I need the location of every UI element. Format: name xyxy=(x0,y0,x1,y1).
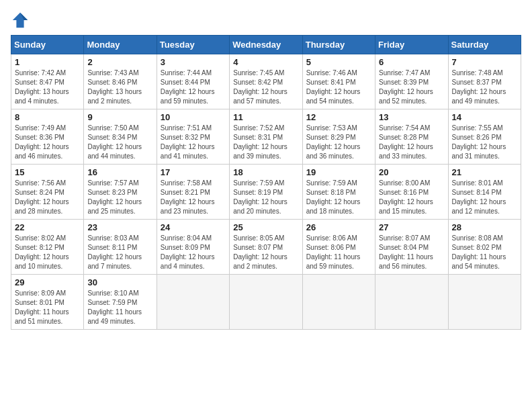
calendar-cell: 3 Sunrise: 7:44 AMSunset: 8:44 PMDayligh… xyxy=(157,54,229,109)
calendar-cell: 17 Sunrise: 7:58 AMSunset: 8:21 PMDaylig… xyxy=(157,165,229,220)
calendar-cell: 4 Sunrise: 7:45 AMSunset: 8:42 PMDayligh… xyxy=(230,54,302,109)
day-info: Sunrise: 8:05 AMSunset: 8:07 PMDaylight:… xyxy=(233,234,287,270)
calendar-cell xyxy=(157,275,229,330)
calendar-cell: 29 Sunrise: 8:09 AMSunset: 8:01 PMDaylig… xyxy=(11,275,84,330)
day-number: 17 xyxy=(161,167,226,177)
day-info: Sunrise: 8:07 AMSunset: 8:04 PMDaylight:… xyxy=(379,234,433,270)
day-info: Sunrise: 8:02 AMSunset: 8:12 PMDaylight:… xyxy=(15,234,69,270)
day-number: 12 xyxy=(306,112,371,122)
calendar-cell: 20 Sunrise: 8:00 AMSunset: 8:16 PMDaylig… xyxy=(375,165,448,220)
day-info: Sunrise: 8:00 AMSunset: 8:16 PMDaylight:… xyxy=(379,179,433,215)
day-info: Sunrise: 7:49 AMSunset: 8:36 PMDaylight:… xyxy=(15,124,69,160)
day-info: Sunrise: 7:58 AMSunset: 8:21 PMDaylight:… xyxy=(161,179,215,215)
weekday-header-thursday: Thursday xyxy=(302,36,375,54)
day-info: Sunrise: 8:08 AMSunset: 8:02 PMDaylight:… xyxy=(452,234,506,270)
calendar-cell: 26 Sunrise: 8:06 AMSunset: 8:06 PMDaylig… xyxy=(302,220,375,275)
calendar-week-row: 1 Sunrise: 7:42 AMSunset: 8:47 PMDayligh… xyxy=(11,54,521,109)
calendar-week-row: 22 Sunrise: 8:02 AMSunset: 8:12 PMDaylig… xyxy=(11,220,521,275)
day-number: 21 xyxy=(452,167,517,177)
calendar-cell: 6 Sunrise: 7:47 AMSunset: 8:39 PMDayligh… xyxy=(375,54,448,109)
day-info: Sunrise: 8:03 AMSunset: 8:11 PMDaylight:… xyxy=(87,234,142,270)
day-number: 11 xyxy=(233,112,298,122)
calendar-cell: 18 Sunrise: 7:59 AMSunset: 8:19 PMDaylig… xyxy=(230,165,302,220)
day-info: Sunrise: 7:59 AMSunset: 8:19 PMDaylight:… xyxy=(233,179,287,215)
calendar-cell: 24 Sunrise: 8:04 AMSunset: 8:09 PMDaylig… xyxy=(157,220,229,275)
calendar-cell: 21 Sunrise: 8:01 AMSunset: 8:14 PMDaylig… xyxy=(448,165,521,220)
day-info: Sunrise: 8:04 AMSunset: 8:09 PMDaylight:… xyxy=(161,234,215,270)
day-info: Sunrise: 7:57 AMSunset: 8:23 PMDaylight:… xyxy=(87,179,142,215)
day-number: 13 xyxy=(379,112,444,122)
day-number: 19 xyxy=(306,167,371,177)
calendar-table: SundayMondayTuesdayWednesdayThursdayFrid… xyxy=(11,35,521,330)
calendar-cell: 2 Sunrise: 7:43 AMSunset: 8:46 PMDayligh… xyxy=(84,54,157,109)
calendar-cell: 22 Sunrise: 8:02 AMSunset: 8:12 PMDaylig… xyxy=(11,220,84,275)
day-info: Sunrise: 7:52 AMSunset: 8:31 PMDaylight:… xyxy=(233,124,287,160)
day-info: Sunrise: 8:10 AMSunset: 7:59 PMDaylight:… xyxy=(87,289,142,325)
logo xyxy=(11,11,32,30)
calendar-cell: 13 Sunrise: 7:54 AMSunset: 8:28 PMDaylig… xyxy=(375,109,448,165)
day-number: 29 xyxy=(15,277,80,287)
day-info: Sunrise: 7:53 AMSunset: 8:29 PMDaylight:… xyxy=(306,124,361,160)
calendar-cell: 14 Sunrise: 7:55 AMSunset: 8:26 PMDaylig… xyxy=(448,109,521,165)
day-info: Sunrise: 7:48 AMSunset: 8:37 PMDaylight:… xyxy=(452,69,506,105)
day-info: Sunrise: 7:43 AMSunset: 8:46 PMDaylight:… xyxy=(87,69,142,105)
calendar-cell: 19 Sunrise: 7:59 AMSunset: 8:18 PMDaylig… xyxy=(302,165,375,220)
day-number: 22 xyxy=(15,222,80,232)
weekday-header-saturday: Saturday xyxy=(448,36,521,54)
day-number: 2 xyxy=(87,57,152,67)
day-info: Sunrise: 7:46 AMSunset: 8:41 PMDaylight:… xyxy=(306,69,361,105)
day-info: Sunrise: 7:56 AMSunset: 8:24 PMDaylight:… xyxy=(15,179,69,215)
calendar-cell xyxy=(448,275,521,330)
calendar-cell xyxy=(230,275,302,330)
day-number: 14 xyxy=(452,112,517,122)
calendar-cell: 15 Sunrise: 7:56 AMSunset: 8:24 PMDaylig… xyxy=(11,165,84,220)
day-number: 27 xyxy=(379,222,444,232)
weekday-header-row: SundayMondayTuesdayWednesdayThursdayFrid… xyxy=(11,36,521,54)
calendar-cell: 28 Sunrise: 8:08 AMSunset: 8:02 PMDaylig… xyxy=(448,220,521,275)
day-number: 3 xyxy=(161,57,226,67)
calendar-cell: 23 Sunrise: 8:03 AMSunset: 8:11 PMDaylig… xyxy=(84,220,157,275)
calendar-cell xyxy=(375,275,448,330)
day-number: 7 xyxy=(452,57,517,67)
calendar-week-row: 29 Sunrise: 8:09 AMSunset: 8:01 PMDaylig… xyxy=(11,275,521,330)
logo-icon xyxy=(11,11,30,30)
calendar-cell: 30 Sunrise: 8:10 AMSunset: 7:59 PMDaylig… xyxy=(84,275,157,330)
calendar-cell: 16 Sunrise: 7:57 AMSunset: 8:23 PMDaylig… xyxy=(84,165,157,220)
day-number: 8 xyxy=(15,112,80,122)
weekday-header-wednesday: Wednesday xyxy=(230,36,302,54)
calendar-cell: 10 Sunrise: 7:51 AMSunset: 8:32 PMDaylig… xyxy=(157,109,229,165)
day-number: 6 xyxy=(379,57,444,67)
day-number: 10 xyxy=(161,112,226,122)
day-info: Sunrise: 8:09 AMSunset: 8:01 PMDaylight:… xyxy=(15,289,69,325)
day-info: Sunrise: 8:01 AMSunset: 8:14 PMDaylight:… xyxy=(452,179,506,215)
calendar-cell: 1 Sunrise: 7:42 AMSunset: 8:47 PMDayligh… xyxy=(11,54,84,109)
day-info: Sunrise: 7:44 AMSunset: 8:44 PMDaylight:… xyxy=(161,69,215,105)
calendar-cell xyxy=(302,275,375,330)
day-info: Sunrise: 7:50 AMSunset: 8:34 PMDaylight:… xyxy=(87,124,142,160)
day-info: Sunrise: 7:55 AMSunset: 8:26 PMDaylight:… xyxy=(452,124,506,160)
calendar-cell: 27 Sunrise: 8:07 AMSunset: 8:04 PMDaylig… xyxy=(375,220,448,275)
day-number: 20 xyxy=(379,167,444,177)
day-info: Sunrise: 7:42 AMSunset: 8:47 PMDaylight:… xyxy=(15,69,69,105)
day-info: Sunrise: 8:06 AMSunset: 8:06 PMDaylight:… xyxy=(306,234,361,270)
weekday-header-monday: Monday xyxy=(84,36,157,54)
calendar-cell: 9 Sunrise: 7:50 AMSunset: 8:34 PMDayligh… xyxy=(84,109,157,165)
day-number: 24 xyxy=(161,222,226,232)
day-info: Sunrise: 7:45 AMSunset: 8:42 PMDaylight:… xyxy=(233,69,287,105)
calendar-cell: 25 Sunrise: 8:05 AMSunset: 8:07 PMDaylig… xyxy=(230,220,302,275)
calendar-cell: 11 Sunrise: 7:52 AMSunset: 8:31 PMDaylig… xyxy=(230,109,302,165)
page-header xyxy=(11,11,521,30)
day-number: 28 xyxy=(452,222,517,232)
day-info: Sunrise: 7:51 AMSunset: 8:32 PMDaylight:… xyxy=(161,124,215,160)
day-number: 26 xyxy=(306,222,371,232)
day-number: 25 xyxy=(233,222,298,232)
calendar-week-row: 15 Sunrise: 7:56 AMSunset: 8:24 PMDaylig… xyxy=(11,165,521,220)
weekday-header-friday: Friday xyxy=(375,36,448,54)
calendar-cell: 5 Sunrise: 7:46 AMSunset: 8:41 PMDayligh… xyxy=(302,54,375,109)
day-info: Sunrise: 7:47 AMSunset: 8:39 PMDaylight:… xyxy=(379,69,433,105)
day-number: 4 xyxy=(233,57,298,67)
weekday-header-sunday: Sunday xyxy=(11,36,84,54)
calendar-cell: 12 Sunrise: 7:53 AMSunset: 8:29 PMDaylig… xyxy=(302,109,375,165)
day-number: 23 xyxy=(87,222,152,232)
day-number: 1 xyxy=(15,57,80,67)
